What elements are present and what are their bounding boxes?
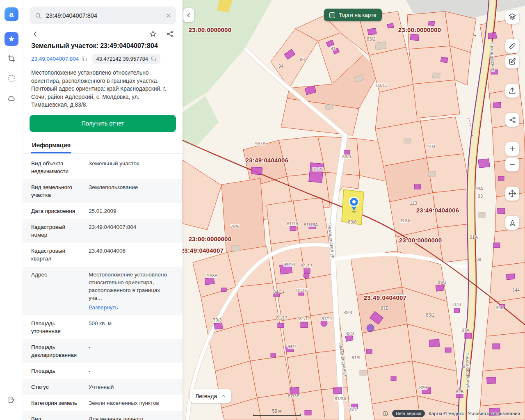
chips-row: 23:49:0404007:804 43.472142 39.957784 bbox=[23, 54, 183, 69]
cloud-icon bbox=[7, 94, 16, 103]
coordinates-chip[interactable]: 43.472142 39.957784 bbox=[92, 54, 160, 64]
copy-icon[interactable] bbox=[151, 56, 157, 62]
map-view[interactable]: 23:00:000000023:00:000000023:49:04040062… bbox=[183, 0, 525, 420]
locate-button[interactable] bbox=[505, 216, 519, 230]
copy-icon[interactable] bbox=[81, 56, 87, 62]
favorites-button[interactable] bbox=[5, 32, 18, 46]
info-row: Вид объекта недвижимостиЗемельный участо… bbox=[23, 155, 183, 179]
map-canvas[interactable] bbox=[183, 0, 525, 420]
info-row-value: Землепользование bbox=[89, 183, 174, 199]
ruler-icon bbox=[508, 42, 516, 50]
dashed-square-icon bbox=[7, 74, 16, 82]
info-row-value: Местоположение установлено относительно … bbox=[89, 271, 174, 311]
info-row: АдресМестоположение установлено относите… bbox=[23, 267, 183, 315]
star-icon bbox=[7, 35, 16, 43]
icon-rail: a bbox=[0, 0, 23, 420]
zoom-out-button[interactable] bbox=[505, 158, 519, 171]
upload-button[interactable] bbox=[505, 84, 519, 98]
share-parcel-button[interactable] bbox=[166, 30, 174, 38]
info-row-value: 25.01.2009 bbox=[89, 207, 174, 215]
clear-search-icon[interactable] bbox=[165, 12, 172, 19]
auctions-toggle-label: Торги на карте bbox=[339, 12, 377, 18]
cadastral-number-text: 23:49:0404007:804 bbox=[31, 56, 79, 62]
app-logo[interactable]: a bbox=[5, 7, 18, 21]
edit-button[interactable] bbox=[505, 55, 519, 68]
parcel-panel: Земельный участок: 23:49:0404007:804 23:… bbox=[23, 0, 183, 420]
terms-link[interactable]: Условия использования bbox=[468, 411, 520, 416]
info-row-label: Кадастровый квартал bbox=[31, 247, 83, 262]
info-row-value: Для ведения личного... bbox=[89, 415, 174, 420]
frame-select-button[interactable] bbox=[5, 71, 18, 85]
back-button[interactable] bbox=[31, 30, 39, 38]
map-toolbar bbox=[505, 10, 519, 230]
info-icon[interactable] bbox=[382, 411, 388, 417]
app-logo-letter: a bbox=[9, 10, 14, 19]
draw-tools-group bbox=[505, 39, 519, 68]
info-row-label: Категория земель bbox=[31, 399, 83, 407]
pan-button[interactable] bbox=[505, 187, 519, 201]
page-title: Земельный участок: 23:49:0404007:804 bbox=[23, 41, 183, 54]
upload-icon bbox=[508, 87, 516, 95]
info-row-label: Вид объекта недвижимости bbox=[31, 160, 83, 175]
expand-address-link[interactable]: Развернуть bbox=[89, 304, 118, 311]
info-row-label: Адрес bbox=[31, 271, 83, 311]
info-row-label: Площадь уточненная bbox=[31, 320, 83, 335]
info-row: Площадь уточненная500 кв. м bbox=[23, 315, 183, 339]
search-input[interactable] bbox=[30, 7, 176, 24]
chevron-left-icon bbox=[185, 12, 192, 18]
info-row-value: Земли населенных пунктов bbox=[89, 399, 174, 407]
auctions-checkbox[interactable] bbox=[329, 12, 335, 18]
map-attribution: Beta-версия Карты © Яндекс Условия испол… bbox=[382, 410, 520, 417]
parcel-description: Местоположение установлено относительно … bbox=[23, 69, 183, 115]
info-row-label: Кадастровый номер bbox=[31, 223, 83, 239]
info-table: Вид объекта недвижимостиЗемельный участо… bbox=[23, 154, 183, 420]
legend-label: Легенда bbox=[195, 393, 217, 399]
select-area-button[interactable] bbox=[5, 52, 18, 66]
layers-button[interactable] bbox=[505, 10, 519, 24]
move-arrows-icon bbox=[508, 189, 516, 198]
pencil-square-icon bbox=[508, 57, 516, 66]
info-row-value: - bbox=[89, 367, 174, 375]
get-report-button[interactable]: Получить отчет bbox=[30, 115, 176, 132]
info-row-label: Площадь bbox=[31, 367, 83, 375]
info-row-label: Дата присвоения bbox=[31, 207, 83, 215]
legend-button[interactable]: Легенда bbox=[190, 389, 231, 403]
auctions-on-map-toggle[interactable]: Торги на карте bbox=[324, 9, 382, 21]
layers-icon bbox=[508, 13, 516, 21]
info-row: Кадастровый квартал23:49:0404006 bbox=[23, 243, 183, 267]
scale-bar: 50 м bbox=[253, 409, 301, 416]
info-row-label: Статус bbox=[31, 383, 83, 391]
plus-icon bbox=[509, 145, 516, 153]
search-icon bbox=[34, 12, 42, 19]
zoom-controls bbox=[505, 142, 519, 171]
info-row: Вид земельного участкаЗемлепользование bbox=[23, 179, 183, 203]
share-icon bbox=[509, 116, 516, 124]
measure-button[interactable] bbox=[505, 39, 519, 53]
tab-bar: Информация bbox=[23, 139, 183, 154]
favorite-parcel-button[interactable] bbox=[149, 30, 157, 38]
logout-button[interactable] bbox=[5, 393, 18, 407]
info-row: Площадь- bbox=[23, 363, 183, 379]
info-row-value: 23:49:0404007:804 bbox=[89, 223, 174, 239]
cadastral-number-chip[interactable]: 23:49:0404007:804 bbox=[31, 56, 87, 62]
beta-badge: Beta-версия bbox=[392, 410, 425, 417]
info-row: Площадь декларированная- bbox=[23, 339, 183, 363]
navigation-arrow-icon bbox=[509, 219, 516, 227]
info-row: Кадастровый номер23:49:0404007:804 bbox=[23, 219, 183, 243]
info-row-label: Вид bbox=[31, 415, 83, 420]
crop-icon bbox=[7, 55, 16, 63]
cloud-button[interactable] bbox=[5, 91, 18, 105]
minus-icon bbox=[509, 161, 516, 168]
search-bar bbox=[30, 7, 176, 24]
coordinates-text: 43.472142 39.957784 bbox=[96, 56, 148, 62]
scale-label: 50 м bbox=[253, 409, 301, 413]
share-map-button[interactable] bbox=[505, 113, 519, 127]
info-row: Категория земельЗемли населенных пунктов bbox=[23, 395, 183, 411]
tab-information[interactable]: Информация bbox=[31, 139, 71, 153]
zoom-in-button[interactable] bbox=[505, 142, 519, 156]
info-row-value: Земельный участок bbox=[89, 160, 174, 175]
info-row-value: Учтенный bbox=[89, 383, 174, 391]
collapse-panel-button[interactable] bbox=[183, 8, 194, 22]
attribution-text[interactable]: Карты © Яндекс bbox=[429, 411, 464, 416]
info-row-label: Площадь декларированная bbox=[31, 343, 83, 359]
